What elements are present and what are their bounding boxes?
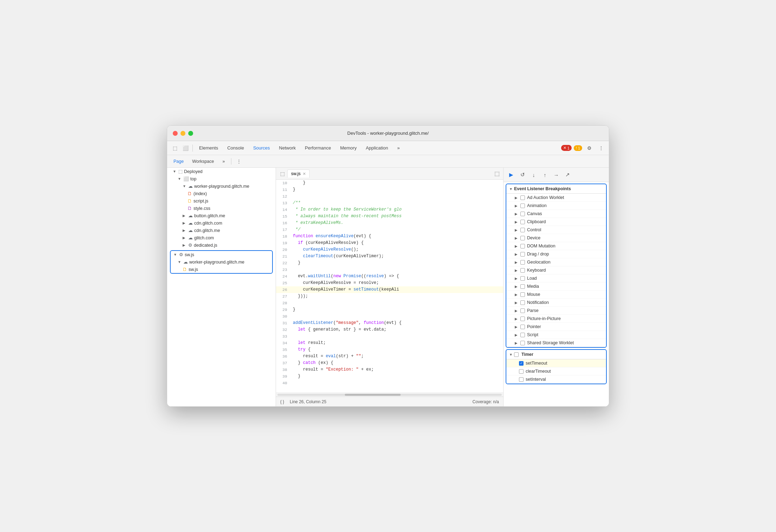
bp-checkbox-notification[interactable] [520, 300, 525, 305]
step-out-button[interactable]: ↑ [540, 170, 550, 180]
bp-item-settimeout[interactable]: setTimeout [506, 359, 606, 367]
sidebar-toggle-icon[interactable]: ⬚ [277, 169, 287, 179]
code-tab-swjs[interactable]: sw.js ✕ [287, 169, 310, 178]
bp-control[interactable]: ▶ Control [506, 226, 606, 234]
bp-checkbox-timer[interactable] [514, 352, 519, 357]
error-badge[interactable]: ✕ 1 [561, 145, 572, 151]
bp-item-cleartimeout[interactable]: clearTimeout [506, 367, 606, 375]
bp-checkbox-pip[interactable] [520, 317, 525, 321]
tree-item-cdn-glitch-com[interactable]: ▶ ☁ cdn.glitch.com [167, 219, 276, 227]
bp-shared-storage[interactable]: ▶ Shared Storage Worklet [506, 339, 606, 347]
step-button[interactable]: → [551, 170, 561, 180]
code-scrollbar[interactable] [276, 392, 503, 397]
bp-parse[interactable]: ▶ Parse [506, 307, 606, 315]
bp-load[interactable]: ▶ Load [506, 274, 606, 282]
tree-item-index[interactable]: 🗋 (index) [167, 190, 276, 197]
bp-checkbox-parse[interactable] [520, 308, 525, 313]
inspect-icon[interactable]: ⬚ [170, 143, 180, 153]
bp-dom-mutation[interactable]: ▶ DOM Mutation [506, 242, 606, 250]
bp-checkbox-canvas[interactable] [520, 212, 525, 216]
tab-memory[interactable]: Memory [336, 144, 361, 152]
tab-console[interactable]: Console [223, 144, 248, 152]
bp-checkbox-animation[interactable] [520, 204, 525, 208]
tree-item-dedicated-js[interactable]: ▶ ⚙ dedicated.js [167, 241, 276, 249]
bp-checkbox-ad-auction[interactable] [520, 195, 525, 200]
more-options-icon[interactable]: ⋮ [596, 143, 606, 153]
bp-mouse[interactable]: ▶ Mouse [506, 291, 606, 299]
more-tabs-button[interactable]: » [393, 144, 404, 152]
bp-pointer[interactable]: ▶ Pointer [506, 323, 606, 331]
maximize-button[interactable] [188, 131, 193, 136]
settings-icon[interactable]: ⚙ [584, 143, 594, 153]
window-title: DevTools - worker-playground.glitch.me/ [347, 131, 429, 136]
bp-checkbox-settimeout[interactable] [519, 361, 524, 366]
tab-network[interactable]: Network [275, 144, 300, 152]
bp-animation[interactable]: ▶ Animation [506, 202, 606, 210]
bp-picture-in-picture[interactable]: ▶ Picture-in-Picture [506, 315, 606, 323]
tree-item-swjs-root[interactable]: ▼ ⚙ sw.js [171, 251, 272, 258]
bp-checkbox-load[interactable] [520, 276, 525, 281]
step-into-button[interactable]: ↓ [529, 170, 539, 180]
bp-checkbox-setinterval[interactable] [519, 377, 524, 382]
bp-checkbox-drag-drop[interactable] [520, 252, 525, 257]
code-panel-expand-icon[interactable]: ⬚ [492, 169, 502, 179]
tree-item-button-glitch[interactable]: ▶ ☁ button.glitch.me [167, 212, 276, 219]
code-content[interactable]: 10 } 11 } 12 13 /** 14 * In ord [276, 180, 503, 392]
timer-section-header[interactable]: ▼ Timer [506, 350, 606, 359]
tree-item-cdn-glitch-me[interactable]: ▶ ☁ cdn.glitch.me [167, 227, 276, 234]
warning-badge[interactable]: ! 1 [574, 145, 582, 151]
bp-keyboard[interactable]: ▶ Keyboard [506, 266, 606, 274]
file-tree-panel[interactable]: ▼ ⬚ Deployed ▼ ⬜ top ▼ ☁ worker-playgrou… [167, 168, 276, 406]
subtoolbar-menu-icon[interactable]: ⋮ [234, 157, 243, 166]
tab-performance[interactable]: Performance [301, 144, 335, 152]
tab-sources[interactable]: Sources [249, 144, 274, 152]
subtab-workspace[interactable]: Workspace [189, 158, 217, 165]
minimize-button[interactable] [180, 131, 185, 136]
tree-item-top[interactable]: ▼ ⬜ top [167, 175, 276, 182]
tab-elements[interactable]: Elements [195, 144, 222, 152]
deactivate-button[interactable]: ↗ [563, 170, 572, 180]
tree-item-wp-inner[interactable]: ▼ ☁ worker-playground.glitch.me [171, 258, 272, 266]
scrollbar-track[interactable] [277, 394, 502, 396]
bp-media[interactable]: ▶ Media [506, 282, 606, 291]
line-content: } [291, 373, 301, 380]
bp-clipboard[interactable]: ▶ Clipboard [506, 218, 606, 226]
device-icon[interactable]: ⬜ [180, 143, 190, 153]
bp-checkbox-device[interactable] [520, 236, 525, 240]
bp-drag-drop[interactable]: ▶ Drag / drop [506, 250, 606, 258]
resume-button[interactable]: ▶ [506, 170, 516, 180]
tree-item-deployed[interactable]: ▼ ⬚ Deployed [167, 168, 276, 175]
bp-checkbox-mouse[interactable] [520, 292, 525, 297]
tree-item-stylecss[interactable]: 🗋 style.css [167, 205, 276, 212]
tree-item-swjs-file[interactable]: 🗋 sw.js [171, 266, 272, 273]
bp-canvas[interactable]: ▶ Canvas [506, 210, 606, 218]
tree-item-worker-playground[interactable]: ▼ ☁ worker-playground.glitch.me [167, 182, 276, 190]
bp-device[interactable]: ▶ Device [506, 234, 606, 242]
step-over-button[interactable]: ↺ [518, 170, 527, 180]
bp-item-setinterval[interactable]: setInterval [506, 375, 606, 384]
bp-checkbox-dom-mutation[interactable] [520, 244, 525, 248]
close-button[interactable] [173, 131, 178, 136]
bp-notification[interactable]: ▶ Notification [506, 299, 606, 307]
bp-checkbox-pointer[interactable] [520, 325, 525, 329]
subtab-more[interactable]: » [219, 158, 229, 165]
bp-checkbox-clipboard[interactable] [520, 220, 525, 224]
bp-checkbox-geolocation[interactable] [520, 260, 525, 265]
format-icon[interactable]: { } [280, 399, 284, 404]
bp-checkbox-keyboard[interactable] [520, 268, 525, 273]
bp-checkbox-media[interactable] [520, 284, 525, 289]
bp-geolocation[interactable]: ▶ Geolocation [506, 258, 606, 266]
event-listener-breakpoints-header[interactable]: ▼ Event Listener Breakpoints [506, 184, 606, 194]
bp-checkbox-cleartimeout[interactable] [519, 369, 524, 374]
scrollbar-thumb[interactable] [345, 394, 401, 396]
bp-script[interactable]: ▶ Script [506, 331, 606, 339]
tree-item-glitch-com[interactable]: ▶ ☁ glitch.com [167, 234, 276, 241]
code-tab-close-icon[interactable]: ✕ [303, 172, 306, 176]
bp-checkbox-control[interactable] [520, 228, 525, 232]
tab-application[interactable]: Application [362, 144, 393, 152]
bp-ad-auction[interactable]: ▶ Ad Auction Worklet [506, 194, 606, 202]
bp-checkbox-script[interactable] [520, 333, 525, 337]
bp-checkbox-shared-storage[interactable] [520, 341, 525, 345]
tree-item-scriptjs[interactable]: 🗋 script.js [167, 197, 276, 205]
subtab-page[interactable]: Page [170, 158, 187, 165]
